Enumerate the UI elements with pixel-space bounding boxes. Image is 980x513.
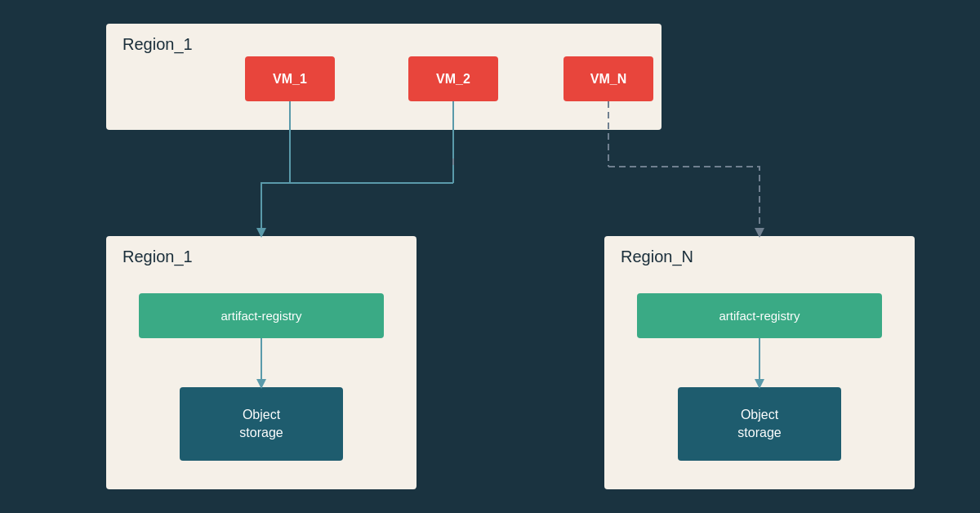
vm-box-n: VM_N (564, 56, 653, 101)
top-region-label: Region_1 (122, 35, 193, 54)
bottom-region-right: Region_N artifact-registry Objectstorage (604, 236, 915, 489)
vm-box-2: VM_2 (408, 56, 498, 101)
vm-box-1: VM_1 (245, 56, 335, 101)
storage-left-label: Objectstorage (239, 406, 283, 443)
storage-right-label: Objectstorage (737, 406, 781, 443)
diagram-container: Region_1 VM_1 VM_2 VM_N Region_1 artifac… (41, 24, 939, 489)
vm2-label: VM_2 (436, 72, 470, 87)
bottom-right-region-label: Region_N (621, 248, 693, 266)
vmn-label: VM_N (590, 72, 626, 87)
artifact-registry-right: artifact-registry (637, 293, 882, 338)
bottom-region-left: Region_1 artifact-registry Objectstorage (106, 236, 416, 489)
bottom-left-region-label: Region_1 (122, 248, 193, 266)
vm1-label: VM_1 (273, 72, 307, 87)
top-region-box: Region_1 VM_1 VM_2 VM_N (106, 24, 662, 130)
object-storage-left: Objectstorage (180, 387, 343, 461)
artifact-registry-left: artifact-registry (139, 293, 384, 338)
object-storage-right: Objectstorage (678, 387, 841, 461)
